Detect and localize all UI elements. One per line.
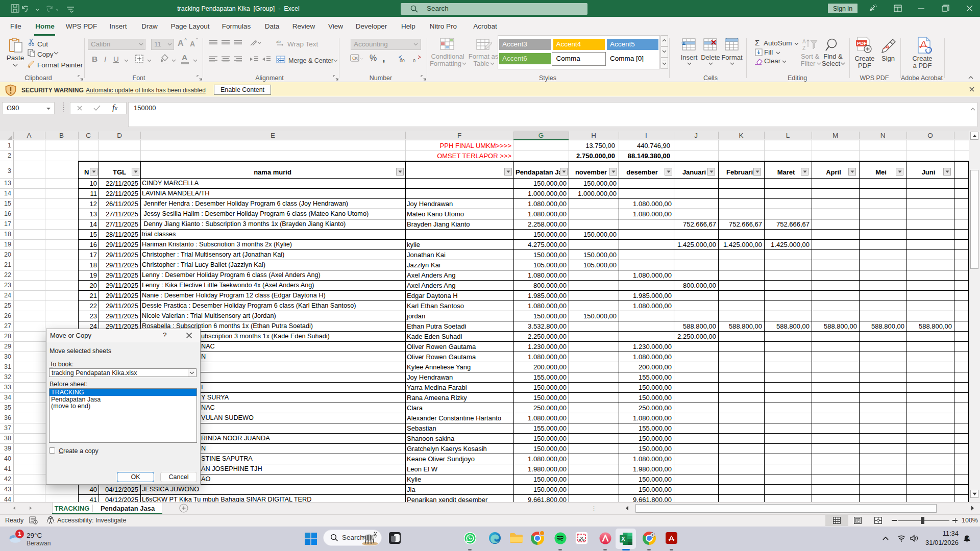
svg-text:ab: ab (276, 39, 281, 44)
svg-text:Z: Z (802, 45, 805, 51)
svg-text:.00: .00 (399, 58, 405, 63)
svg-text:PDF: PDF (857, 40, 867, 46)
svg-text:.0: .0 (412, 58, 415, 63)
svg-text:A: A (802, 39, 806, 44)
svg-text:X: X (621, 536, 625, 542)
svg-text:z: z (968, 536, 970, 539)
svg-text:B: B (355, 56, 358, 61)
